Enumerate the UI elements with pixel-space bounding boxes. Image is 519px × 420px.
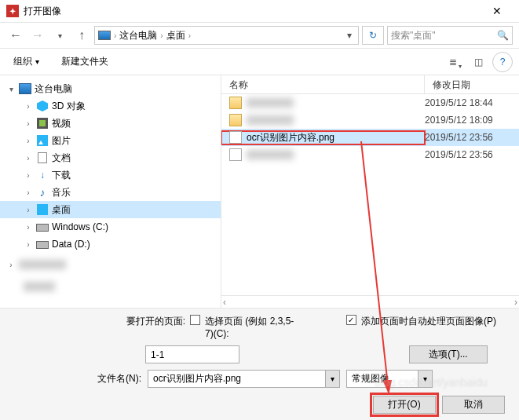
col-name[interactable]: 名称 xyxy=(221,75,425,93)
tree-node-pictures[interactable]: ›图片 xyxy=(0,132,221,149)
pc-icon xyxy=(98,31,111,40)
refresh-button[interactable]: ↻ xyxy=(362,26,384,45)
list-header: 名称 修改日期 xyxy=(221,75,519,94)
select-pages-label: 选择页面 (例如 2,3,5-7)(C): xyxy=(205,315,299,339)
list-item[interactable]: 2019/5/12 18:09 xyxy=(221,111,519,129)
back-button[interactable]: ← xyxy=(6,26,25,45)
open-button[interactable]: 打开(O) xyxy=(373,396,436,414)
view-details-icon[interactable]: ≣▾ xyxy=(442,52,464,72)
folder-tree[interactable]: ▾这台电脑 ›3D 对象 ›视频 ›图片 ›文档 ›↓下载 ›♪音乐 ›桌面 ›… xyxy=(0,75,221,308)
watermark: blog.csdn.net/yanbaidu xyxy=(375,376,488,389)
blurred-label xyxy=(24,282,55,291)
folder-icon xyxy=(229,114,242,126)
dropdown-icon[interactable]: ▾ xyxy=(325,371,339,387)
list-item-selected[interactable]: ocr识别图片内容.png 2019/5/12 23:56 xyxy=(221,129,519,146)
file-name: ocr识别图片内容.png xyxy=(247,131,334,144)
horizontal-scrollbar[interactable]: ‹› xyxy=(221,295,519,308)
blurred-label xyxy=(19,260,66,269)
window-title: 打开图像 xyxy=(24,5,481,18)
col-date[interactable]: 修改日期 xyxy=(425,75,519,93)
organize-button[interactable]: 组织▾ xyxy=(5,52,48,72)
tree-node-music[interactable]: ›♪音乐 xyxy=(0,184,221,201)
file-date: 2019/5/12 18:44 xyxy=(425,97,519,108)
download-icon: ↓ xyxy=(36,170,49,181)
blurred-label xyxy=(247,115,294,125)
chevron-icon: › xyxy=(114,31,116,40)
music-icon: ♪ xyxy=(36,187,49,198)
list-item[interactable]: 2019/5/12 18:44 xyxy=(221,94,519,111)
forward-button[interactable]: → xyxy=(28,26,47,45)
tree-node-desktop[interactable]: ›桌面 xyxy=(0,201,221,218)
up-button[interactable]: ↑ xyxy=(72,26,91,45)
file-date: 2019/5/12 23:56 xyxy=(425,132,519,143)
tree-node-3d[interactable]: ›3D 对象 xyxy=(0,97,221,115)
tree-node-documents[interactable]: ›文档 xyxy=(0,149,221,166)
file-date: 2019/5/12 18:09 xyxy=(425,115,519,126)
preview-pane-icon[interactable]: ◫ xyxy=(467,52,489,72)
tree-node-videos[interactable]: ›视频 xyxy=(0,115,221,132)
new-folder-button[interactable]: 新建文件夹 xyxy=(53,52,117,72)
filename-label: 文件名(N): xyxy=(8,372,141,385)
file-list: 名称 修改日期 2019/5/12 18:44 2019/5/12 18:09 … xyxy=(221,75,519,308)
recent-dropdown[interactable]: ▾ xyxy=(50,26,69,45)
breadcrumb[interactable]: › 这台电脑 › 桌面 › ▾ xyxy=(94,26,359,45)
image-file-icon xyxy=(229,131,242,144)
image-file-icon xyxy=(229,148,242,161)
crumb-segment[interactable]: 这台电脑 xyxy=(119,29,157,42)
pages-label: 要打开的页面: xyxy=(126,315,185,328)
crumb-segment[interactable]: 桌面 xyxy=(166,29,185,42)
page-range-input[interactable]: 1-1 xyxy=(145,345,239,363)
tree-node-blurred[interactable]: › xyxy=(0,256,221,273)
list-item[interactable]: 2019/5/12 23:56 xyxy=(221,146,519,163)
tree-node-this-pc[interactable]: ▾这台电脑 xyxy=(0,80,221,97)
close-icon[interactable]: ✕ xyxy=(481,0,513,22)
tree-node-drive-d[interactable]: ›Data (D:) xyxy=(0,236,221,253)
search-input[interactable]: 搜索"桌面" 🔍 xyxy=(387,26,513,45)
chevron-icon: › xyxy=(160,31,163,40)
search-placeholder: 搜索"桌面" xyxy=(391,29,436,42)
chevron-icon: › xyxy=(188,31,191,40)
dialog-bottom: 要打开的页面: 选择页面 (例如 2,3,5-7)(C): 添加页面时自动处理页… xyxy=(0,308,519,420)
auto-process-checkbox[interactable] xyxy=(346,315,356,325)
select-pages-checkbox[interactable] xyxy=(190,315,200,325)
tree-node-blurred[interactable] xyxy=(0,278,221,295)
tree-node-downloads[interactable]: ›↓下载 xyxy=(0,166,221,184)
auto-process-label: 添加页面时自动处理页面图像(P) xyxy=(361,315,496,328)
toolbar: 组织▾ 新建文件夹 ≣▾ ◫ ? xyxy=(0,49,519,75)
help-icon[interactable]: ? xyxy=(492,52,513,72)
file-date: 2019/5/12 23:56 xyxy=(425,149,519,160)
blurred-label xyxy=(247,98,294,108)
options-button[interactable]: 选项(T)... xyxy=(409,345,488,363)
crumb-dropdown-icon[interactable]: ▾ xyxy=(347,30,355,41)
tree-node-drive-c[interactable]: ›Windows (C:) xyxy=(0,218,221,236)
cancel-button[interactable]: 取消 xyxy=(442,396,505,414)
search-icon: 🔍 xyxy=(497,30,509,41)
folder-icon xyxy=(229,97,242,109)
app-icon: ✦ xyxy=(6,5,19,17)
filename-input[interactable]: ocr识别图片内容.png ▾ xyxy=(148,370,340,388)
blurred-label xyxy=(247,150,294,159)
title-bar: ✦ 打开图像 ✕ xyxy=(0,0,519,22)
nav-bar: ← → ▾ ↑ › 这台电脑 › 桌面 › ▾ ↻ 搜索"桌面" 🔍 xyxy=(0,22,519,49)
